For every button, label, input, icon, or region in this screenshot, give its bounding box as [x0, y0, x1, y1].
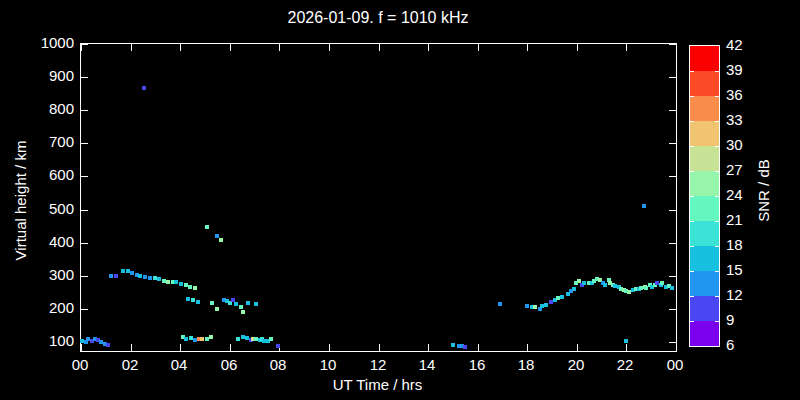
x-tick-label: 08 [258, 356, 298, 373]
colorbar-segment [690, 121, 719, 146]
x-tick-label: 12 [358, 356, 398, 373]
data-point [174, 280, 178, 284]
y-axis-tick [81, 143, 88, 144]
colorbar-tick-label: 12 [726, 287, 766, 303]
colorbar-tick [715, 196, 719, 197]
colorbar-tick [690, 321, 694, 322]
x-tick-label: 00 [60, 356, 100, 373]
colorbar-tick [690, 246, 694, 247]
colorbar-tick [690, 121, 694, 122]
x-axis-tick [279, 44, 280, 51]
y-tick-label: 400 [25, 234, 74, 250]
y-axis-tick [669, 309, 676, 310]
data-point [205, 225, 209, 229]
data-point [239, 305, 243, 309]
data-point [525, 304, 529, 308]
y-axis-tick [669, 276, 676, 277]
y-tick-label: 100 [25, 333, 74, 349]
data-point [143, 275, 147, 279]
x-axis-tick [527, 44, 528, 51]
y-axis-tick [669, 176, 676, 177]
x-axis-tick [131, 344, 132, 351]
x-axis-tick [676, 344, 677, 351]
data-point [196, 300, 200, 304]
x-tick-label: 06 [209, 356, 249, 373]
x-tick-label: 20 [556, 356, 596, 373]
x-axis-tick [577, 344, 578, 351]
x-axis-tick [81, 44, 82, 51]
x-axis-tick [379, 344, 380, 351]
data-point [157, 277, 161, 281]
plot-area [80, 43, 677, 352]
x-axis-tick [428, 44, 429, 51]
x-axis-tick [329, 344, 330, 351]
x-axis-tick [577, 44, 578, 51]
colorbar-tick [715, 146, 719, 147]
colorbar-tick [715, 321, 719, 322]
y-tick-label: 1000 [25, 35, 74, 51]
ionogram-screen: 2026-01-09. f = 1010 kHz Virtual height … [0, 0, 800, 400]
y-axis-tick [669, 44, 676, 45]
data-point [186, 297, 190, 301]
x-axis-label: UT Time / hrs [80, 376, 675, 393]
y-tick-label: 800 [25, 101, 74, 117]
data-point [188, 285, 192, 289]
colorbar-tick-label: 15 [726, 262, 766, 278]
data-point [184, 337, 188, 341]
data-point [670, 286, 674, 290]
colorbar-tick [690, 171, 694, 172]
data-point [121, 269, 125, 273]
data-point [114, 274, 118, 278]
data-point [269, 337, 273, 341]
colorbar-tick-label: 6 [726, 337, 766, 353]
data-point [544, 303, 548, 307]
colorbar-tick-label: 33 [726, 112, 766, 128]
colorbar-tick-label: 9 [726, 312, 766, 328]
colorbar-tick [715, 296, 719, 297]
colorbar-tick [715, 121, 719, 122]
x-axis-tick [230, 344, 231, 351]
colorbar-tick [715, 96, 719, 97]
data-point [582, 281, 586, 285]
y-axis-tick [81, 110, 88, 111]
x-axis-tick [230, 44, 231, 51]
colorbar-tick [715, 246, 719, 247]
colorbar-tick [715, 221, 719, 222]
data-point [603, 283, 607, 287]
colorbar-tick-label: 18 [726, 237, 766, 253]
data-point [193, 286, 197, 290]
x-axis-tick [676, 44, 677, 51]
chart-title: 2026-01-09. f = 1010 kHz [0, 9, 756, 27]
y-tick-label: 500 [25, 201, 74, 217]
colorbar-tick [690, 71, 694, 72]
y-axis-tick [81, 176, 88, 177]
x-tick-label: 04 [159, 356, 199, 373]
x-axis-tick [329, 44, 330, 51]
x-axis-tick [180, 44, 181, 51]
data-point [533, 305, 537, 309]
colorbar-segment [690, 196, 719, 221]
x-axis-tick [131, 44, 132, 51]
data-point [191, 298, 195, 302]
x-tick-label: 10 [308, 356, 348, 373]
y-axis-tick [669, 77, 676, 78]
data-point [572, 287, 576, 291]
data-point [498, 302, 502, 306]
colorbar-tick-label: 30 [726, 137, 766, 153]
data-point [200, 337, 204, 341]
colorbar-tick-label: 39 [726, 62, 766, 78]
data-point [254, 302, 258, 306]
x-tick-label: 02 [110, 356, 150, 373]
x-axis-tick [527, 344, 528, 351]
colorbar-segment [690, 96, 719, 121]
data-point [179, 282, 183, 286]
colorbar-segment [690, 146, 719, 171]
colorbar-segment [690, 271, 719, 296]
y-axis-tick [669, 342, 676, 343]
colorbar-tick-label: 36 [726, 87, 766, 103]
colorbar-tick [690, 196, 694, 197]
data-point [130, 271, 134, 275]
data-point [210, 301, 214, 305]
x-axis-tick [180, 344, 181, 351]
colorbar-tick [690, 296, 694, 297]
